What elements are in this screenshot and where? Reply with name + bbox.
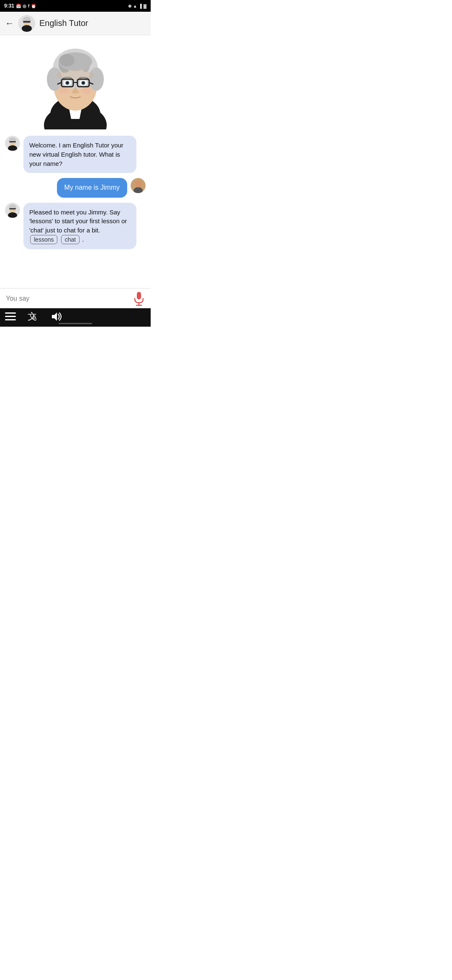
svg-rect-43: [9, 208, 16, 209]
signal-icon: ▐: [139, 4, 142, 8]
svg-point-30: [59, 88, 69, 94]
menu-icon[interactable]: [5, 312, 16, 323]
volume-icon[interactable]: [51, 312, 64, 324]
svg-rect-35: [9, 141, 16, 142]
page-title: English Tutor: [39, 18, 88, 28]
chat-row-user: My name is Jimmy: [5, 178, 146, 197]
battery-icon: ▓: [144, 4, 146, 8]
bottom-bar: 文 A: [0, 308, 151, 327]
tutor-message-1: Welcome. I am English Tutor your new vir…: [23, 136, 136, 173]
status-time: 9:31: [4, 3, 14, 9]
user-message-1: My name is Jimmy: [57, 178, 127, 197]
back-button[interactable]: ←: [5, 18, 14, 29]
svg-point-31: [82, 88, 92, 94]
tutor-message-1-text: Welcome. I am English Tutor your new vir…: [29, 142, 123, 167]
translate-icon[interactable]: 文 A: [28, 311, 39, 324]
tutor-message-2: Pleased to meet you Jimmy. Say 'lessons'…: [23, 203, 136, 249]
you-say-input[interactable]: [6, 295, 129, 302]
chat-area: Welcome. I am English Tutor your new vir…: [0, 132, 151, 288]
tutor-avatar-large: [0, 35, 151, 132]
svg-point-18: [56, 70, 94, 80]
status-bar-right: ⊕ ▲ ▐ ▓: [128, 4, 146, 8]
tutor-mini-avatar-2: [5, 203, 20, 218]
svg-marker-53: [52, 312, 57, 321]
crosshair-icon: ⊕: [128, 4, 131, 8]
svg-rect-49: [5, 316, 16, 317]
chat-row-tutor-2: Pleased to meet you Jimmy. Say 'lessons'…: [5, 203, 146, 249]
svg-point-29: [82, 82, 85, 84]
microphone-button[interactable]: [132, 291, 146, 307]
tutor-avatar-small: [18, 15, 35, 32]
chat-button[interactable]: chat: [61, 235, 80, 244]
status-bar: 9:31 📅 ◎ f ⏰ ⊕ ▲ ▐ ▓: [0, 0, 151, 12]
user-mini-avatar: [131, 178, 146, 193]
user-message-1-text: My name is Jimmy: [64, 184, 120, 191]
tutor-mini-avatar: [5, 136, 20, 151]
home-indicator: [59, 323, 92, 324]
period-span: .: [82, 236, 84, 243]
svg-rect-3: [23, 21, 31, 23]
app-bar: ← English Tutor: [0, 12, 151, 35]
svg-point-17: [59, 54, 74, 67]
alarm-icon: ⏰: [31, 4, 36, 8]
main-content: Welcome. I am English Tutor your new vir…: [0, 35, 151, 288]
svg-point-38: [135, 180, 141, 188]
tutor-message-2-prefix: Pleased to meet you Jimmy. Say 'lessons'…: [29, 209, 127, 234]
svg-rect-45: [137, 292, 141, 299]
wifi-icon: ▲: [133, 4, 137, 8]
svg-rect-50: [5, 319, 16, 320]
location-icon: ◎: [23, 4, 26, 8]
svg-text:A: A: [33, 314, 37, 321]
status-bar-left: 9:31 📅 ◎ f ⏰: [4, 3, 36, 9]
calendar-icon: 📅: [16, 4, 21, 8]
svg-point-12: [47, 67, 62, 91]
lessons-button[interactable]: lessons: [30, 235, 57, 244]
input-bar: [0, 288, 151, 308]
svg-rect-48: [5, 312, 16, 314]
svg-point-4: [22, 25, 32, 32]
facebook-icon: f: [28, 4, 29, 8]
svg-point-26: [66, 82, 69, 84]
svg-point-13: [89, 67, 104, 91]
chat-row: Welcome. I am English Tutor your new vir…: [5, 136, 146, 173]
